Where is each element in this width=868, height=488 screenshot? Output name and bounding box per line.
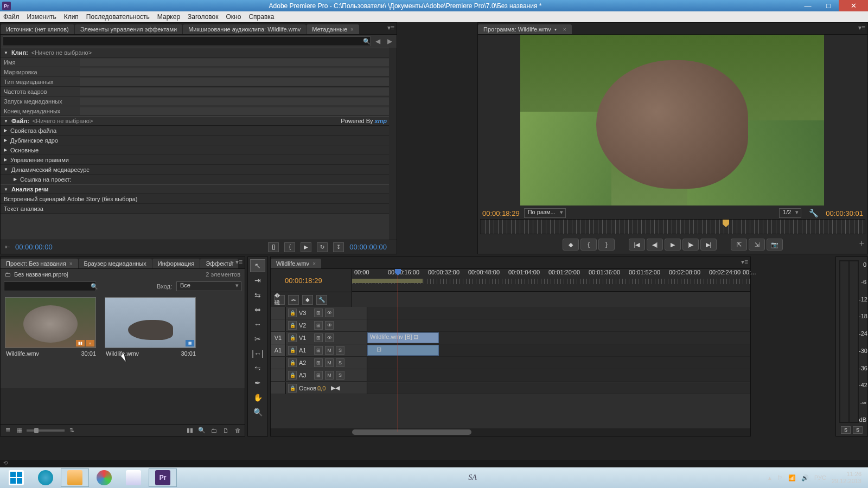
tab-info[interactable]: Информация: [152, 259, 200, 268]
linked-selection-button[interactable]: ⫘: [288, 295, 299, 305]
track-header-a1[interactable]: 🔒A1⊞MS: [286, 344, 367, 356]
metadata-search-input[interactable]: [3, 36, 371, 46]
add-button[interactable]: +: [859, 239, 864, 248]
source-patch-v1[interactable]: V1: [271, 332, 286, 344]
track-header-v3[interactable]: 🔒V3⊞👁: [286, 307, 367, 319]
tab-program[interactable]: Программа: Wildlife.wmv ▾×: [478, 24, 572, 34]
razor-tool[interactable]: ✂: [250, 332, 265, 345]
menu-sequence[interactable]: Последовательность: [86, 13, 150, 21]
dynamic-media-header[interactable]: ▼Динамический медиаресурс: [1, 165, 397, 175]
video-clip[interactable]: Wildlife.wmv [В] ⊡: [367, 332, 439, 343]
timecode-in[interactable]: 00:00:00:00: [15, 243, 53, 251]
in-point-button[interactable]: {: [284, 242, 295, 252]
track-header-v2[interactable]: 🔒V2⊞👁: [286, 319, 367, 331]
scrollbar[interactable]: [389, 48, 397, 254]
audio-clip[interactable]: ⊡: [367, 345, 439, 356]
track-header-v1[interactable]: 🔒V1⊞👁: [286, 332, 367, 344]
program-time-ruler[interactable]: [480, 219, 865, 234]
sort-button[interactable]: ⇅: [67, 426, 76, 435]
rolling-edit-tool[interactable]: ⇔: [250, 303, 265, 316]
clock[interactable]: 11:2629.12.2013: [832, 471, 861, 485]
thumbnail-size-slider[interactable]: [27, 429, 65, 432]
export-frame-button[interactable]: 📷: [767, 239, 783, 251]
tab-source[interactable]: Источник: (нет клипов): [1, 24, 74, 34]
new-item-button[interactable]: 🗋: [221, 426, 231, 435]
project-search-input[interactable]: [4, 281, 96, 291]
panel-menu-icon[interactable]: ▸ ▾≡: [231, 258, 242, 266]
timecode-out[interactable]: 00:00:00:00: [349, 243, 387, 251]
mute-button[interactable]: M: [325, 346, 334, 355]
step-back-icon[interactable]: ⇤: [5, 243, 10, 251]
explorer-button[interactable]: [61, 468, 89, 487]
tab-effect-controls[interactable]: Элементы управления эффектами: [75, 24, 182, 34]
menu-clip[interactable]: Клип: [64, 13, 79, 21]
volume-icon[interactable]: 🔊: [801, 474, 809, 481]
track-select-tool[interactable]: ⇥: [250, 274, 265, 287]
add-marker-button[interactable]: ◆: [563, 239, 579, 251]
fx-icon[interactable]: ⊡: [376, 346, 381, 352]
playhead-marker[interactable]: [723, 220, 729, 227]
mark-out-button[interactable]: }: [598, 239, 615, 251]
pen-tool[interactable]: ✒: [250, 376, 265, 389]
delete-button[interactable]: 🗑: [233, 426, 242, 435]
rights-header[interactable]: ▶Управление правами: [1, 155, 397, 165]
target-icon[interactable]: ⊞: [314, 309, 323, 317]
solo-left-button[interactable]: S: [841, 426, 851, 434]
close-button[interactable]: ✕: [839, 0, 868, 11]
file-section-header[interactable]: ▼ Файл: <Ничего не выбрано> Powered By x…: [1, 116, 397, 126]
list-view-button[interactable]: ≣: [3, 426, 12, 435]
tray-icon[interactable]: ▴: [768, 474, 771, 481]
zoom-tool[interactable]: 🔍: [250, 406, 265, 419]
new-bin-button[interactable]: 🗀: [209, 426, 219, 435]
master-track-header[interactable]: 🔒Основ...0,0▶◀: [286, 382, 367, 394]
lift-button[interactable]: ⇱: [731, 239, 747, 251]
metadata-field-value[interactable]: [80, 59, 393, 66]
tab-sequence[interactable]: Wildlife.wmv×: [271, 259, 321, 268]
dublin-core-header[interactable]: ▶Дублинское ядро: [1, 136, 397, 145]
app-button[interactable]: [90, 468, 118, 487]
minimize-button[interactable]: —: [797, 0, 818, 11]
step-back-button[interactable]: ◀|: [647, 239, 663, 251]
in-out-button[interactable]: {}: [268, 242, 279, 252]
rate-stretch-tool[interactable]: ↔: [250, 318, 265, 331]
timeline-timecode[interactable]: 00:00:18:29: [285, 277, 322, 285]
close-icon[interactable]: ×: [69, 261, 73, 267]
premiere-button[interactable]: Pr: [149, 468, 177, 487]
work-area-bar[interactable]: [352, 279, 423, 283]
tab-audio-mixer[interactable]: Микширование аудиоклипа: Wildlife.wmv: [183, 24, 306, 34]
prev-button[interactable]: ◀: [373, 36, 382, 46]
play-button[interactable]: ▶: [665, 239, 681, 251]
timeline-playhead[interactable]: [398, 269, 398, 432]
selection-tool[interactable]: ↖: [250, 259, 265, 272]
language-indicator[interactable]: РУС: [814, 474, 826, 481]
ie-button[interactable]: [31, 468, 60, 487]
panel-menu-icon[interactable]: ▾≡: [858, 24, 865, 31]
slide-tool[interactable]: ⇋: [250, 362, 265, 375]
track-header-a2[interactable]: 🔒A2⊞MS: [286, 357, 367, 369]
basic-header[interactable]: ▶Основные: [1, 145, 397, 155]
speech-section-header[interactable]: ▼Анализ речи: [1, 184, 397, 194]
source-patch-a1[interactable]: A1: [271, 344, 286, 356]
start-button[interactable]: [2, 468, 30, 487]
maximize-button[interactable]: □: [818, 0, 839, 11]
play-button[interactable]: ▶: [301, 242, 311, 252]
close-icon[interactable]: ×: [563, 27, 566, 33]
menu-edit[interactable]: Изменить: [27, 13, 56, 21]
menu-marker[interactable]: Маркер: [157, 13, 180, 21]
slip-tool[interactable]: |↔|: [250, 347, 265, 360]
fx-icon[interactable]: ⊡: [413, 333, 418, 340]
icon-view-button[interactable]: ▦: [15, 426, 24, 435]
file-properties-header[interactable]: ▶Свойства файла: [1, 126, 397, 136]
action-center-icon[interactable]: 🏳: [777, 474, 783, 481]
eye-icon[interactable]: 👁: [325, 309, 334, 317]
track-header-a3[interactable]: 🔒A3⊞MS: [286, 369, 367, 381]
menu-file[interactable]: Файл: [3, 13, 20, 21]
tab-project[interactable]: Проект: Без названия×: [1, 259, 78, 268]
master-level[interactable]: 0,0: [317, 385, 326, 391]
menu-window[interactable]: Окно: [226, 13, 241, 21]
project-clip-item[interactable]: ▦ Wildlife.wmv30:01: [105, 297, 197, 384]
lock-icon[interactable]: 🔒: [288, 309, 297, 317]
keyframe-icon[interactable]: ▶◀: [331, 384, 340, 391]
clip-section-header[interactable]: ▼ Клип: <Ничего не выбрано>: [1, 48, 397, 57]
panel-menu-icon[interactable]: ▾≡: [741, 258, 748, 266]
